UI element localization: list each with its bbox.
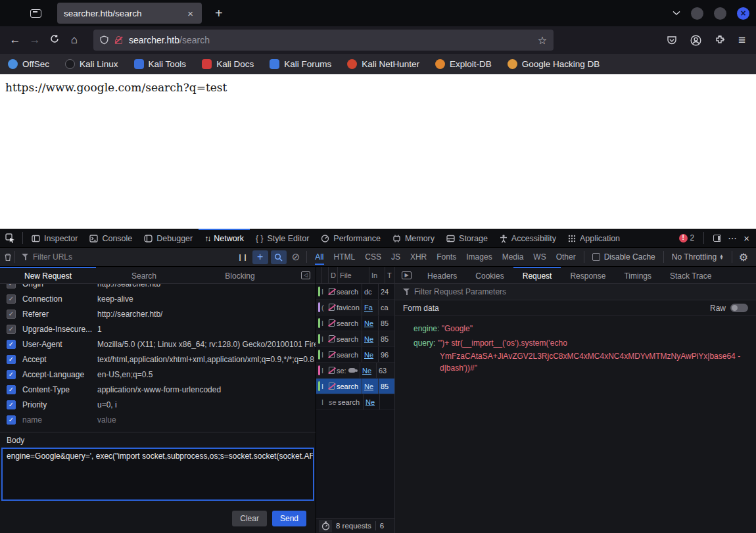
- bookmark-star-icon[interactable]: ☆: [538, 34, 547, 47]
- tracking-shield-icon[interactable]: [100, 35, 108, 45]
- tab-timings[interactable]: Timings: [615, 267, 661, 283]
- insecure-lock-icon[interactable]: [115, 36, 122, 44]
- bookmark-kali-nethunter[interactable]: Kali NetHunter: [347, 59, 419, 69]
- request-body-input[interactable]: engine=Google&query=', exec("import sock…: [1, 448, 314, 501]
- tab-blocking[interactable]: Blocking: [192, 267, 288, 283]
- request-row-slow[interactable]: I se: Ne 63: [316, 363, 394, 379]
- tab-inspector[interactable]: Inspector: [26, 229, 83, 247]
- tab-request[interactable]: Request: [513, 267, 561, 283]
- new-tab-button[interactable]: +: [211, 6, 227, 21]
- devtools-menu-icon[interactable]: ⋯: [728, 233, 737, 243]
- tab-memory[interactable]: Memory: [387, 229, 440, 247]
- tab-network[interactable]: ↑↓ Network: [199, 229, 250, 247]
- browser-tab[interactable]: searcher.htb/search ×: [57, 3, 202, 24]
- tab-close-icon[interactable]: ×: [185, 8, 195, 19]
- tab-console[interactable]: Console: [83, 229, 138, 247]
- filter-fonts[interactable]: Fonts: [437, 249, 456, 265]
- checkbox-icon[interactable]: ✓: [7, 294, 16, 304]
- new-request-plus-icon[interactable]: +: [252, 250, 268, 264]
- header-row-user-agent[interactable]: ✓User-AgentMozilla/5.0 (X11; Linux x86_6…: [0, 336, 316, 352]
- request-row[interactable]: I search Ne 85: [316, 315, 394, 331]
- bookmark-kali-docs[interactable]: Kali Docs: [202, 59, 254, 69]
- bookmark-kali-forums[interactable]: Kali Forums: [270, 59, 331, 69]
- network-settings-gear-icon[interactable]: ⚙: [739, 251, 748, 264]
- extensions-puzzle-icon[interactable]: [715, 35, 725, 45]
- pick-element-icon[interactable]: [0, 229, 20, 247]
- error-count-badge[interactable]: !2: [679, 233, 695, 243]
- filter-other[interactable]: Other: [556, 249, 576, 265]
- col-file[interactable]: File: [337, 267, 369, 283]
- tab-style-editor[interactable]: { } Style Editor: [250, 229, 315, 247]
- tab-application[interactable]: Application: [562, 229, 626, 247]
- bookmark-kali-tools[interactable]: Kali Tools: [134, 59, 187, 69]
- tab-debugger[interactable]: Debugger: [138, 229, 199, 247]
- filter-css[interactable]: CSS: [365, 249, 381, 265]
- checkbox-icon[interactable]: ✓: [7, 355, 16, 364]
- tab-new-request[interactable]: New Request: [0, 267, 96, 283]
- bookmark-offsec[interactable]: OffSec: [8, 59, 49, 69]
- tab-performance[interactable]: Performance: [315, 229, 387, 247]
- minimize-button[interactable]: [691, 7, 703, 20]
- checkbox-icon[interactable]: ✓: [7, 284, 16, 289]
- bookmark-exploit-db[interactable]: Exploit-DB: [435, 59, 492, 69]
- tab-stack-trace[interactable]: Stack Trace: [661, 267, 721, 283]
- disable-cache-checkbox[interactable]: Disable Cache: [592, 252, 655, 262]
- request-row[interactable]: I search dc 24: [316, 284, 394, 300]
- filter-xhr[interactable]: XHR: [410, 249, 427, 265]
- tab-storage[interactable]: Storage: [440, 229, 494, 247]
- forward-button[interactable]: →: [25, 34, 45, 47]
- filter-js[interactable]: JS: [391, 249, 400, 265]
- request-row-selected[interactable]: I search Ne 85: [316, 379, 394, 394]
- url-bar[interactable]: searcher.htb/search ☆: [93, 30, 554, 51]
- filter-request-parameters-input[interactable]: [414, 287, 611, 296]
- checkbox-icon[interactable]: ✓: [7, 310, 16, 319]
- bookmark-kali-linux[interactable]: Kali Linux: [65, 59, 118, 69]
- pocket-icon[interactable]: [667, 35, 677, 45]
- collapse-panel-icon[interactable]: ◁: [301, 271, 310, 279]
- maximize-button[interactable]: [714, 7, 726, 20]
- request-row[interactable]: I se search Ne: [316, 394, 394, 410]
- header-row-accept-language[interactable]: ✓Accept-Languageen-US,en;q=0.5: [0, 367, 316, 382]
- split-console-icon[interactable]: [713, 235, 721, 242]
- tab-cookies[interactable]: Cookies: [466, 267, 513, 283]
- form-data-section-header[interactable]: Form data Raw: [395, 300, 756, 316]
- header-row-origin[interactable]: ✓Originhttp://searcher.htb: [0, 284, 316, 291]
- send-button[interactable]: Send: [272, 511, 306, 526]
- param-query[interactable]: query: "')+ str(__import__('os').system(…: [413, 336, 756, 374]
- checkbox-icon[interactable]: ✓: [7, 370, 16, 379]
- filter-urls-input[interactable]: [33, 252, 191, 262]
- block-requests-icon[interactable]: ⊘: [292, 251, 300, 263]
- header-row-new[interactable]: ✓namevalue: [0, 412, 316, 427]
- col-type[interactable]: T: [385, 267, 394, 283]
- pause-traffic-icon[interactable]: | |: [239, 253, 247, 261]
- stopwatch-icon[interactable]: [319, 520, 332, 532]
- firefox-view-icon[interactable]: [30, 9, 41, 18]
- expand-panel-icon[interactable]: ▶: [402, 271, 412, 279]
- header-row-upgrade-insecure[interactable]: ✓Upgrade-Insecure...1: [0, 321, 316, 336]
- clear-requests-trash-icon[interactable]: [4, 253, 12, 262]
- throttling-select[interactable]: No Throttling ▲▼: [672, 252, 724, 262]
- raw-toggle[interactable]: [730, 304, 748, 312]
- filter-images[interactable]: Images: [466, 249, 492, 265]
- close-window-button[interactable]: ×: [737, 7, 749, 20]
- home-button[interactable]: ⌂: [64, 34, 84, 47]
- filter-html[interactable]: HTML: [334, 249, 356, 265]
- tab-headers[interactable]: Headers: [418, 267, 466, 283]
- tab-search[interactable]: Search: [96, 267, 192, 283]
- tab-accessibility[interactable]: Accessibility: [494, 229, 562, 247]
- filter-all[interactable]: All: [315, 249, 323, 265]
- header-row-priority[interactable]: ✓Priorityu=0, i: [0, 397, 316, 412]
- bookmark-google-hacking-db[interactable]: Google Hacking DB: [508, 59, 600, 69]
- param-engine[interactable]: engine: "Google": [413, 321, 756, 336]
- request-row[interactable]: I search Ne 96: [316, 347, 394, 363]
- checkbox-icon[interactable]: ✓: [7, 415, 16, 425]
- checkbox-icon[interactable]: ✓: [7, 325, 16, 334]
- clear-button[interactable]: Clear: [232, 511, 267, 526]
- request-row[interactable]: ( favicon Fa ca: [316, 300, 394, 315]
- header-row-referer[interactable]: ✓Refererhttp://searcher.htb/: [0, 306, 316, 321]
- header-row-accept[interactable]: ✓Accepttext/html,application/xhtml+xml,a…: [0, 352, 316, 367]
- checkbox-icon[interactable]: ✓: [7, 385, 16, 394]
- header-row-content-type[interactable]: ✓Content-Typeapplication/x-www-form-urle…: [0, 382, 316, 397]
- tab-list-chevron-icon[interactable]: [673, 11, 680, 16]
- col-initiator[interactable]: In: [369, 267, 385, 283]
